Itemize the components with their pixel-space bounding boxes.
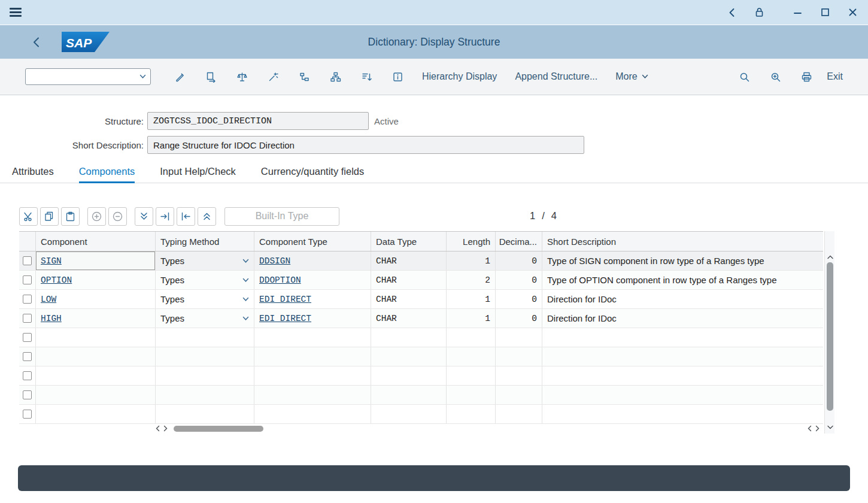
scroll-left-icon[interactable]	[808, 425, 812, 433]
select-all-header-cell[interactable]	[19, 232, 36, 251]
column-header-length[interactable]: Length	[447, 232, 496, 251]
component-type-link[interactable]: EDI_DIRECT	[259, 314, 311, 323]
page-up-button[interactable]	[198, 207, 216, 226]
empty-cell	[254, 328, 371, 347]
sort-icon[interactable]	[356, 66, 377, 87]
row-select-checkbox[interactable]	[23, 371, 32, 380]
empty-cell[interactable]	[36, 405, 156, 423]
tab-input-help-check[interactable]: Input Help/Check	[160, 160, 236, 183]
typing-method-select[interactable]: Types	[156, 271, 254, 289]
vertical-scrollbar-thumb[interactable]	[827, 262, 833, 411]
hamburger-menu-button[interactable]	[10, 7, 22, 19]
tab-attributes[interactable]: Attributes	[12, 160, 54, 183]
page-down-button[interactable]	[135, 207, 153, 226]
hierarchy-icon[interactable]	[325, 66, 345, 87]
more-button[interactable]: More	[615, 71, 648, 82]
component-link[interactable]: OPTION	[41, 275, 72, 285]
horizontal-scrollbar[interactable]	[19, 424, 823, 434]
search-icon[interactable]	[734, 66, 754, 87]
empty-cell	[447, 328, 496, 347]
empty-cell[interactable]	[36, 347, 156, 366]
structure-field[interactable]: ZOGTCSS_IDOC_DIRECTION	[147, 112, 369, 130]
delete-entry-button[interactable]	[177, 207, 195, 226]
built-in-type-button[interactable]: Built-In Type	[224, 207, 339, 226]
minus-circle-icon	[112, 211, 123, 222]
documentation-icon[interactable]	[387, 66, 408, 87]
check-wand-icon[interactable]	[263, 66, 283, 87]
copy-icon	[44, 211, 55, 222]
scroll-right-icon[interactable]	[815, 425, 820, 433]
component-type-link[interactable]: DDOPTION	[259, 275, 301, 285]
scroll-up-icon[interactable]	[825, 253, 835, 261]
column-header-data-type[interactable]: Data Type	[371, 232, 447, 251]
tab-currency-quantity-fields[interactable]: Currency/quantity fields	[261, 160, 364, 183]
component-link[interactable]: SIGN	[41, 256, 62, 266]
empty-cell	[496, 366, 542, 385]
typing-method-select[interactable]: Types	[156, 290, 254, 308]
empty-cell[interactable]	[36, 386, 156, 404]
transport-copy-icon[interactable]	[201, 66, 221, 87]
structure-value: ZOGTCSS_IDOC_DIRECTION	[153, 116, 272, 126]
append-structure-button[interactable]: Append Structure...	[515, 71, 597, 82]
typing-method-select[interactable]: Types	[156, 252, 254, 270]
delete-row-button[interactable]	[108, 207, 127, 226]
display-change-icon[interactable]	[169, 66, 190, 87]
hierarchy-display-button[interactable]: Hierarchy Display	[422, 71, 497, 82]
page-current: 1	[530, 210, 535, 222]
short-description-field[interactable]: Range Structure for IDOC Direction	[147, 136, 584, 154]
maximize-icon[interactable]	[819, 7, 831, 19]
column-header-typing-method[interactable]: Typing Method	[156, 232, 254, 251]
exit-label: Exit	[827, 71, 843, 82]
decimals-cell: 0	[496, 271, 542, 289]
horizontal-scrollbar-thumb[interactable]	[174, 426, 263, 432]
command-field[interactable]	[25, 68, 151, 85]
component-type-link[interactable]: EDI_DIRECT	[259, 295, 311, 304]
built-in-type-label: Built-In Type	[256, 211, 309, 222]
typing-method-select[interactable]: Types	[156, 309, 254, 328]
component-type-link[interactable]: DDSIGN	[259, 256, 290, 266]
component-link[interactable]: LOW	[41, 295, 56, 304]
row-select-checkbox[interactable]	[23, 295, 32, 304]
component-link[interactable]: HIGH	[41, 314, 62, 323]
page-title: Dictionary: Display Structure	[0, 36, 868, 49]
search-next-icon[interactable]	[765, 66, 785, 87]
copy-button[interactable]	[40, 207, 59, 226]
row-select-checkbox[interactable]	[23, 314, 32, 323]
paste-button[interactable]	[61, 207, 80, 226]
data-type-cell: CHAR	[371, 252, 447, 270]
scroll-right-icon[interactable]	[163, 425, 168, 433]
insert-entry-button[interactable]	[156, 207, 174, 226]
row-select-checkbox[interactable]	[23, 410, 32, 419]
row-select-checkbox[interactable]	[23, 256, 32, 265]
column-header-component-type[interactable]: Component Type	[254, 232, 371, 251]
row-select-checkbox[interactable]	[23, 352, 32, 361]
table-row: OPTION Types DDOPTION CHAR 2 0 Type of O…	[19, 271, 823, 290]
empty-cell[interactable]	[36, 366, 156, 385]
row-select-checkbox[interactable]	[23, 390, 32, 399]
print-icon[interactable]	[796, 66, 817, 87]
column-header-decimals[interactable]: Decima...	[496, 232, 542, 251]
exit-button[interactable]: Exit	[827, 71, 843, 82]
scroll-down-icon[interactable]	[825, 423, 835, 431]
empty-cell	[447, 347, 496, 366]
column-header-component[interactable]: Component	[36, 232, 156, 251]
tab-components[interactable]: Components	[79, 160, 135, 183]
page-separator: /	[542, 210, 545, 222]
session-back-icon[interactable]	[726, 7, 738, 19]
empty-cell	[371, 405, 447, 423]
table-row: SIGN Types DDSIGN CHAR 1 0 Type of SIGN …	[19, 252, 823, 271]
scroll-left-icon[interactable]	[156, 425, 160, 433]
close-icon[interactable]	[846, 7, 858, 19]
insert-row-button[interactable]	[87, 207, 106, 226]
empty-cell	[542, 405, 823, 423]
minimize-icon[interactable]	[791, 7, 803, 19]
where-used-icon[interactable]	[232, 66, 252, 87]
column-header-short-description[interactable]: Short Description	[542, 232, 823, 251]
lock-icon[interactable]	[753, 7, 765, 19]
vertical-scrollbar[interactable]	[824, 231, 834, 434]
empty-cell[interactable]	[36, 328, 156, 347]
cut-button[interactable]	[19, 207, 38, 226]
row-select-checkbox[interactable]	[23, 275, 32, 284]
row-select-checkbox[interactable]	[23, 333, 32, 342]
runtime-object-icon[interactable]	[294, 66, 314, 87]
